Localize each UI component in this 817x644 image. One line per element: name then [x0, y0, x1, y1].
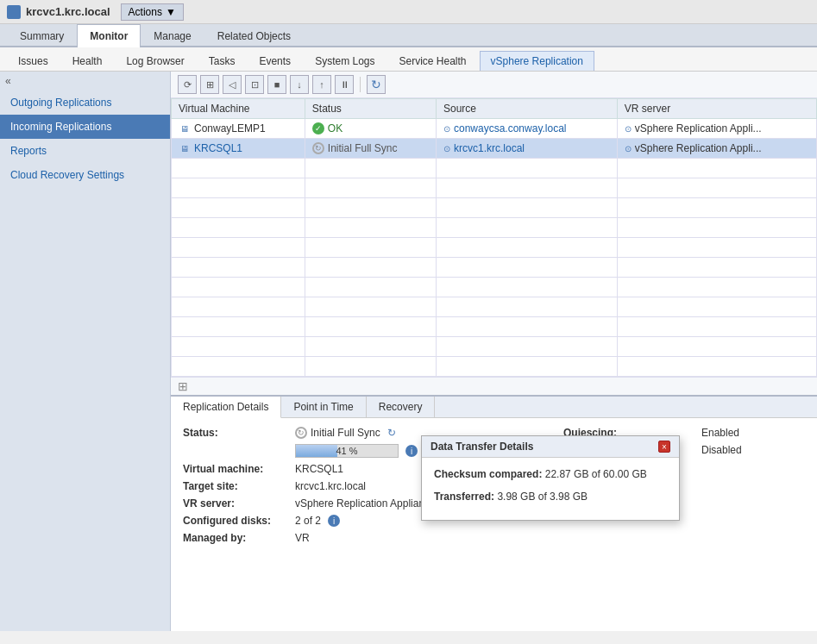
- toolbar-btn-arrow-up[interactable]: ↑: [312, 75, 331, 94]
- bottom-resize-icon: ⊞: [178, 379, 188, 393]
- tab-summary[interactable]: Summary: [7, 24, 77, 47]
- sub-tab-vsphere-replication[interactable]: vSphere Replication: [480, 51, 594, 71]
- data-transfer-popup: Data Transfer Details × Checksum compare…: [421, 435, 680, 521]
- top-bar: krcvc1.krc.local Actions ▼: [0, 0, 817, 24]
- tab-monitor[interactable]: Monitor: [77, 24, 141, 47]
- vr-server-text: vSphere Replication Appli...: [635, 122, 762, 134]
- toolbar-btn-refresh-all[interactable]: ⟳: [178, 75, 197, 94]
- status-label: Status:: [183, 427, 295, 439]
- sub-tab-issues[interactable]: Issues: [7, 51, 60, 71]
- progress-text: 41 %: [296, 446, 398, 456]
- toolbar-separator: [360, 77, 361, 92]
- main-tabs: Summary Monitor Manage Related Objects: [0, 24, 817, 47]
- target-value[interactable]: krcvc1.krc.local: [295, 480, 366, 492]
- bottom-tab-point-in-time[interactable]: Point in Time: [281, 397, 366, 417]
- source-icon: ⊙: [443, 124, 450, 134]
- vm-name: ConwayLEMP1: [194, 122, 266, 134]
- vm-value[interactable]: KRCSQL1: [295, 463, 343, 475]
- source-link[interactable]: krcvc1.krc.local: [454, 142, 525, 154]
- table-row-empty: [172, 337, 817, 357]
- vr-server-text: vSphere Replication Appli...: [635, 142, 762, 154]
- popup-header: Data Transfer Details ×: [422, 436, 679, 458]
- transferred-value: 3.98 GB of 3.98 GB: [497, 491, 588, 503]
- col-source: Source: [437, 99, 618, 119]
- info-icon[interactable]: i: [405, 445, 418, 457]
- sub-tab-events[interactable]: Events: [248, 51, 302, 71]
- table-row-empty: [172, 198, 817, 218]
- sidebar-item-outgoing[interactable]: Outgoing Replications: [0, 91, 170, 115]
- actions-label: Actions: [129, 6, 162, 18]
- table-row-empty: [172, 218, 817, 238]
- toolbar-btn-pause[interactable]: ⏸: [335, 75, 354, 94]
- replication-toolbar: ⟳ ⊞ ◁ ⊡ ■ ↓ ↑ ⏸ ↻: [171, 72, 817, 98]
- toolbar-btn-connect[interactable]: ⊡: [245, 75, 264, 94]
- popup-close-button[interactable]: ×: [658, 441, 670, 453]
- col-status: Status: [305, 99, 436, 119]
- vr-value[interactable]: vSphere Replication Appliance: [295, 497, 436, 510]
- table-row[interactable]: 🖥 ConwayLEMP1 ✓ OK ⊙: [172, 119, 817, 139]
- toolbar-btn-stop[interactable]: ■: [267, 75, 286, 94]
- toolbar-btn-configure[interactable]: ⊞: [200, 75, 219, 94]
- sub-tab-system-logs[interactable]: System Logs: [304, 51, 386, 71]
- app-icon: [7, 5, 21, 19]
- checksum-value: 22.87 GB of 60.00 GB: [545, 468, 647, 480]
- managed-label: Managed by:: [183, 532, 295, 544]
- ok-icon: ✓: [312, 122, 324, 134]
- tab-related-objects[interactable]: Related Objects: [204, 24, 304, 47]
- source-icon: ⊙: [443, 144, 450, 153]
- actions-button[interactable]: Actions ▼: [121, 3, 184, 21]
- managed-value: VR: [295, 532, 310, 544]
- sync-status-icon: ↻: [295, 427, 307, 439]
- collapse-sidebar-button[interactable]: «: [0, 72, 170, 91]
- table-row-empty: [172, 238, 817, 258]
- sidebar: « Outgoing Replications Incoming Replica…: [0, 72, 171, 631]
- replication-table: Virtual Machine Status Source VR server …: [171, 98, 817, 377]
- main-content: ⟳ ⊞ ◁ ⊡ ■ ↓ ↑ ⏸ ↻ Virtual Machine Status…: [171, 72, 817, 631]
- transferred-label: Transferred:: [434, 491, 494, 503]
- sub-tabs: Issues Health Log Browser Tasks Events S…: [0, 47, 817, 72]
- table-row-empty: [172, 178, 817, 198]
- sidebar-item-incoming[interactable]: Incoming Replications: [0, 115, 170, 139]
- sidebar-item-cloud-recovery[interactable]: Cloud Recovery Settings: [0, 163, 170, 187]
- vm-icon: 🖥: [179, 142, 191, 154]
- table-row-empty: [172, 357, 817, 377]
- replication-table-container: Virtual Machine Status Source VR server …: [171, 98, 817, 377]
- status-ok: ✓ OK: [312, 122, 429, 134]
- managed-detail-row: Managed by: VR: [183, 532, 805, 544]
- sub-tab-health[interactable]: Health: [61, 51, 114, 71]
- status-value: Initial Full Sync: [311, 427, 380, 439]
- sub-tab-tasks[interactable]: Tasks: [198, 51, 247, 71]
- bottom-content: Status: ↻ Initial Full Sync ↻ 41 %: [171, 418, 817, 558]
- vm-icon: 🖥: [179, 122, 191, 134]
- disks-info-icon[interactable]: i: [328, 515, 340, 527]
- checksum-label: Checksum compared:: [434, 468, 542, 480]
- sub-tab-service-health[interactable]: Service Health: [388, 51, 478, 71]
- sub-tab-log-browser[interactable]: Log Browser: [115, 51, 195, 71]
- refresh-icon[interactable]: ↻: [387, 427, 396, 439]
- bottom-tabs: Replication Details Point in Time Recove…: [171, 397, 817, 418]
- toolbar-btn-arrow-left[interactable]: ◁: [223, 75, 242, 94]
- checksum-row: Checksum compared: 22.87 GB of 60.00 GB: [434, 466, 667, 482]
- table-row-empty: [172, 317, 817, 337]
- chevron-down-icon: ▼: [166, 6, 176, 18]
- vm-label: Virtual machine:: [183, 463, 295, 475]
- vr-label: VR server:: [183, 497, 295, 510]
- popup-title: Data Transfer Details: [430, 441, 533, 453]
- table-row-empty: [172, 297, 817, 317]
- source-link[interactable]: conwaycsa.conway.local: [454, 122, 567, 134]
- table-row[interactable]: 🖥 KRCSQL1 ↻ Initial Full Sync: [172, 139, 817, 159]
- bottom-tab-replication-details[interactable]: Replication Details: [171, 397, 281, 418]
- bottom-tab-recovery[interactable]: Recovery: [367, 397, 436, 417]
- bottom-panel: Replication Details Point in Time Recove…: [171, 395, 817, 558]
- target-label: Target site:: [183, 480, 295, 492]
- tab-manage[interactable]: Manage: [141, 24, 204, 47]
- double-chevron-icon: «: [5, 75, 11, 87]
- popup-body: Checksum compared: 22.87 GB of 60.00 GB …: [422, 458, 679, 520]
- disks-label: Configured disks:: [183, 515, 295, 527]
- toolbar-btn-arrow-down[interactable]: ↓: [290, 75, 309, 94]
- disks-value: 2 of 2: [295, 515, 321, 527]
- toolbar-btn-sync[interactable]: ↻: [367, 75, 386, 94]
- col-vr-server: VR server: [617, 99, 816, 119]
- content-area: « Outgoing Replications Incoming Replica…: [0, 72, 817, 631]
- sidebar-item-reports[interactable]: Reports: [0, 139, 170, 163]
